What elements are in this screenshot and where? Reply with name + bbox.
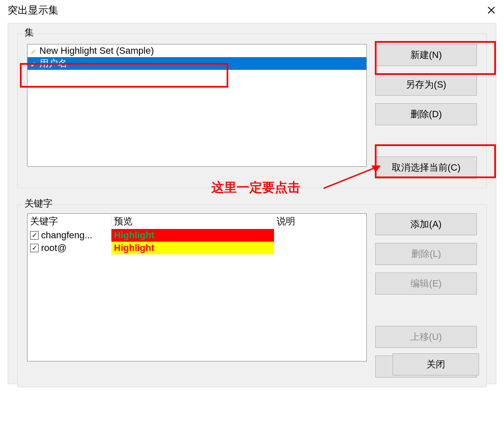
list-item[interactable]: 用户名 — [28, 57, 366, 70]
delete-keyword-button[interactable]: 删除(L) — [375, 243, 477, 265]
add-button[interactable]: 添加(A) — [375, 213, 477, 235]
header-keyword[interactable]: 关键字 — [28, 215, 111, 228]
row-checkbox[interactable]: ✓ — [30, 231, 39, 240]
desc-cell — [274, 229, 366, 242]
annotation-text: 这里一定要点击 — [211, 179, 300, 196]
close-button[interactable]: 关闭 — [393, 353, 479, 375]
edit-button[interactable]: 编辑(E) — [375, 273, 477, 295]
dialog-content: 集 New Highlight Set (Sample) 用户名 — [8, 23, 496, 384]
delete-set-button[interactable]: 删除(D) — [375, 103, 477, 125]
list-item-label: New Highlight Set (Sample) — [39, 45, 154, 56]
saveas-button[interactable]: 另存为(S) — [375, 74, 477, 96]
deselect-button[interactable]: 取消选择当前(C) — [375, 157, 477, 179]
keyword-text: changfeng... — [41, 230, 92, 241]
preview-cell: Highlight — [111, 242, 274, 254]
table-row[interactable]: ✓ changfeng... Highlight — [28, 229, 366, 242]
row-checkbox[interactable]: ✓ — [30, 244, 39, 252]
set-legend: 集 — [22, 26, 36, 39]
new-button[interactable]: 新建(N) — [375, 44, 477, 66]
footer: 关闭 — [393, 353, 479, 375]
spacer — [375, 133, 477, 149]
set-fieldset: 集 New Highlight Set (Sample) 用户名 — [17, 33, 487, 188]
close-icon[interactable] — [484, 3, 499, 18]
preview-cell: Highlight — [111, 229, 274, 242]
highlight-set-icon — [30, 47, 38, 55]
set-listbox[interactable]: New Highlight Set (Sample) 用户名 — [27, 44, 367, 167]
highlight-set-dialog: 突出显示集 集 New Highlight Set (Sample) — [0, 0, 504, 430]
keyword-table[interactable]: 关键字 预览 说明 ✓ changfeng... Highlight — [27, 213, 367, 361]
spacer — [375, 302, 477, 318]
table-row[interactable]: ✓ root@ Highlight — [28, 242, 366, 254]
highlight-set-check-icon — [30, 60, 38, 67]
titlebar: 突出显示集 — [0, 0, 504, 17]
keyword-table-header: 关键字 预览 说明 — [28, 214, 366, 229]
set-buttons: 新建(N) 另存为(S) 删除(D) 取消选择当前(C) — [375, 44, 477, 179]
keyword-legend: 关键字 — [22, 197, 55, 210]
keyword-text: root@ — [41, 243, 66, 254]
keyword-buttons: 添加(A) 删除(L) 编辑(E) 上移(U) 下移(O) — [375, 213, 477, 378]
header-desc[interactable]: 说明 — [274, 215, 366, 228]
header-preview[interactable]: 预览 — [111, 215, 274, 228]
dialog-title: 突出显示集 — [8, 3, 58, 17]
list-item-label: 用户名 — [39, 57, 67, 70]
desc-cell — [274, 242, 366, 254]
moveup-button[interactable]: 上移(U) — [375, 326, 477, 348]
list-item[interactable]: New Highlight Set (Sample) — [28, 44, 366, 57]
